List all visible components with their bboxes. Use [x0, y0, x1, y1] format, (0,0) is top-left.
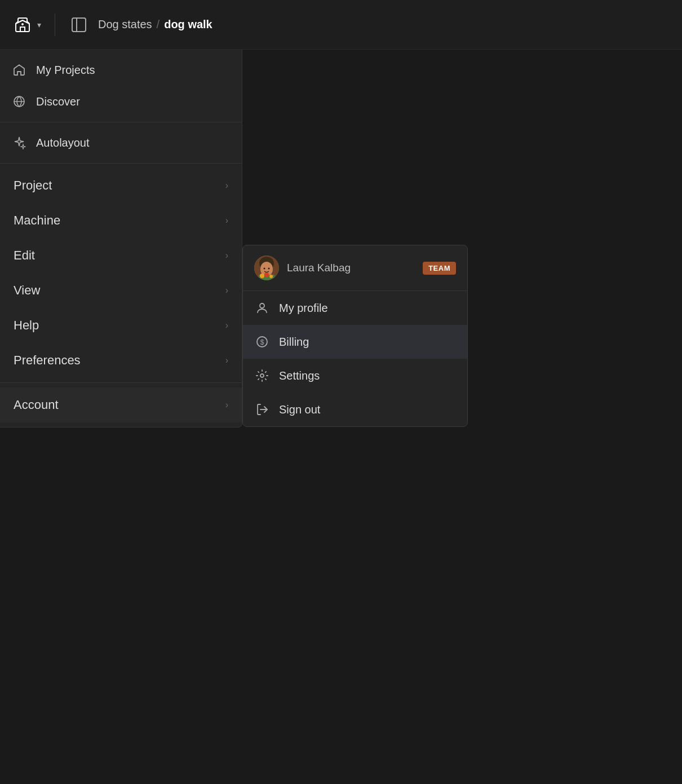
- account-label: Account: [14, 398, 59, 412]
- home-icon: [11, 62, 27, 78]
- my-profile-label: My profile: [279, 302, 328, 315]
- preferences-chevron-icon: ›: [225, 355, 228, 365]
- main-menu: My Projects Discover Autolay: [0, 50, 242, 428]
- svg-rect-1: [72, 18, 86, 32]
- svg-point-11: [264, 272, 269, 277]
- top-menu-section: My Projects Discover: [0, 50, 242, 122]
- avatar: [254, 256, 279, 280]
- machine-label: Machine: [14, 213, 60, 228]
- account-submenu-header: Laura Kalbag TEAM: [243, 245, 467, 291]
- account-menu-billing[interactable]: $ Billing: [243, 325, 467, 359]
- layout-icon[interactable]: [69, 15, 89, 35]
- account-section: Account ›: [0, 383, 242, 427]
- menu-item-view[interactable]: View ›: [0, 273, 242, 308]
- view-label: View: [14, 283, 40, 298]
- logo-chevron-icon: ▾: [37, 20, 41, 29]
- account-menu-sign-out[interactable]: Sign out: [243, 393, 467, 426]
- svg-point-18: [260, 374, 264, 377]
- account-menu-settings[interactable]: Settings: [243, 359, 467, 393]
- svg-point-14: [268, 268, 270, 270]
- my-projects-label: My Projects: [36, 64, 231, 77]
- account-submenu: Laura Kalbag TEAM My profile $ Billing: [242, 245, 468, 427]
- account-user-name: Laura Kalbag: [287, 262, 415, 274]
- help-chevron-icon: ›: [225, 320, 228, 331]
- project-label: Project: [14, 178, 52, 193]
- menu-item-account[interactable]: Account ›: [0, 387, 242, 422]
- gear-icon: [254, 368, 270, 384]
- settings-label: Settings: [279, 369, 320, 382]
- view-chevron-icon: ›: [225, 285, 228, 296]
- stately-logo-icon: [11, 14, 34, 36]
- logo-area[interactable]: ▾: [11, 14, 41, 36]
- menu-item-project[interactable]: Project ›: [0, 168, 242, 203]
- breadcrumb: Dog states / dog walk: [98, 18, 212, 31]
- submenu-section: Project › Machine › Edit › View › Help ›…: [0, 164, 242, 383]
- help-label: Help: [14, 318, 39, 333]
- breadcrumb-separator: /: [157, 18, 160, 31]
- project-chevron-icon: ›: [225, 180, 228, 191]
- preferences-label: Preferences: [14, 353, 81, 368]
- avatar-image: [254, 256, 279, 280]
- autolayout-label: Autolayout: [36, 136, 231, 149]
- sign-out-label: Sign out: [279, 403, 320, 416]
- discover-label: Discover: [36, 95, 231, 108]
- menu-item-preferences[interactable]: Preferences ›: [0, 343, 242, 378]
- svg-point-15: [260, 303, 264, 308]
- svg-point-10: [260, 274, 264, 278]
- menu-item-edit[interactable]: Edit ›: [0, 238, 242, 273]
- account-chevron-icon: ›: [225, 400, 228, 410]
- user-icon: [254, 300, 270, 316]
- header: ▾ Dog states / dog walk: [0, 0, 682, 50]
- edit-label: Edit: [14, 248, 35, 263]
- machine-chevron-icon: ›: [225, 215, 228, 226]
- menu-item-help[interactable]: Help ›: [0, 308, 242, 343]
- menu-item-discover[interactable]: Discover: [0, 86, 242, 117]
- sparkle-icon: [11, 135, 27, 151]
- billing-label: Billing: [279, 336, 309, 349]
- header-divider: [55, 14, 55, 36]
- account-menu-my-profile[interactable]: My profile: [243, 291, 467, 325]
- edit-chevron-icon: ›: [225, 250, 228, 261]
- svg-point-13: [264, 268, 265, 270]
- team-badge: TEAM: [423, 262, 456, 275]
- svg-text:$: $: [260, 338, 264, 346]
- menu-item-my-projects[interactable]: My Projects: [0, 54, 242, 86]
- dollar-icon: $: [254, 334, 270, 350]
- menu-item-machine[interactable]: Machine ›: [0, 203, 242, 238]
- svg-point-0: [21, 23, 24, 25]
- autolayout-section: Autolayout: [0, 122, 242, 164]
- globe-icon: [11, 94, 27, 109]
- breadcrumb-current: dog walk: [164, 18, 212, 31]
- svg-point-12: [269, 275, 273, 278]
- breadcrumb-project: Dog states: [98, 18, 152, 31]
- signout-icon: [254, 402, 270, 417]
- menu-item-autolayout[interactable]: Autolayout: [0, 127, 242, 158]
